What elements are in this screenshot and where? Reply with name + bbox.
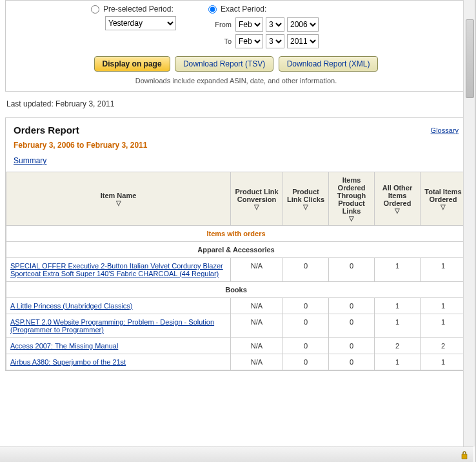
sort-icon[interactable]: ▽	[377, 208, 417, 214]
to-year-select[interactable]: 2011	[287, 34, 319, 48]
cell-other: 2	[375, 338, 421, 354]
sort-icon[interactable]: ▽	[286, 205, 326, 210]
filter-panel: Pre-selected Period: Yesterday Exact Per…	[5, 0, 467, 92]
sort-icon[interactable]: ▽	[9, 201, 228, 206]
cell-through: 0	[329, 354, 375, 370]
col-conversion[interactable]: Product Link Conversion ▽	[231, 172, 283, 226]
item-link[interactable]: Access 2007: The Missing Manual	[10, 342, 118, 350]
sort-icon[interactable]: ▽	[233, 205, 280, 210]
cell-through: 0	[329, 258, 375, 282]
preselected-period-text: Pre-selected Period:	[103, 5, 174, 14]
from-day-select[interactable]: 3	[266, 17, 284, 32]
table-row: A Little Princess (Unabridged Classics) …	[6, 298, 466, 314]
table-row: Access 2007: The Missing Manual N/A 0 0 …	[6, 338, 466, 354]
from-month-select[interactable]: Feb	[235, 17, 263, 32]
cell-other: 1	[375, 314, 421, 338]
to-month-select[interactable]: Feb	[235, 34, 263, 48]
to-label: To	[208, 37, 232, 45]
preselected-period-select[interactable]: Yesterday	[105, 16, 176, 30]
cell-clicks: 0	[283, 258, 329, 282]
col-total-ordered[interactable]: Total Items Ordered ▽	[421, 172, 466, 226]
col-through-links[interactable]: Items Ordered Through Product Links ▽	[329, 172, 375, 226]
cell-conv: N/A	[231, 298, 283, 314]
table-row: SPECIAL OFFER Executive 2-Button Italian…	[6, 258, 466, 282]
report-panel: Orders Report Glossary February 3, 2006 …	[5, 117, 467, 371]
col-item-name[interactable]: Item Name ▽	[6, 172, 231, 226]
cell-conv: N/A	[231, 338, 283, 354]
table-row: Airbus A380: Superjumbo of the 21st N/A …	[6, 354, 466, 370]
display-on-page-button[interactable]: Display on page	[94, 56, 170, 72]
cell-clicks: 0	[283, 314, 329, 338]
cell-through: 0	[329, 338, 375, 354]
download-note: Downloads include expanded ASIN, date, a…	[14, 77, 459, 85]
cell-clicks: 0	[283, 354, 329, 370]
cell-other: 1	[375, 258, 421, 282]
cell-total: 1	[421, 314, 466, 338]
from-label: From	[208, 21, 232, 28]
browser-status-bar	[0, 447, 473, 462]
cell-conv: N/A	[231, 354, 283, 370]
preselected-period-radio[interactable]	[91, 5, 99, 14]
cell-conv: N/A	[231, 258, 283, 282]
cell-other: 1	[375, 354, 421, 370]
report-date-range: February 3, 2006 to February 3, 2011	[14, 141, 459, 150]
exact-period-radio-label[interactable]: Exact Period:	[208, 5, 319, 14]
cell-through: 0	[329, 314, 375, 338]
cell-total: 1	[421, 298, 466, 314]
cell-other: 1	[375, 298, 421, 314]
summary-link[interactable]: Summary	[14, 156, 46, 165]
lock-icon	[461, 450, 468, 459]
orders-table: Item Name ▽ Product Link Conversion ▽ Pr…	[6, 172, 466, 370]
col-clicks[interactable]: Product Link Clicks ▽	[283, 172, 329, 226]
preselected-period-radio-label[interactable]: Pre-selected Period:	[91, 5, 176, 14]
cell-total: 2	[421, 338, 466, 354]
cell-through: 0	[329, 298, 375, 314]
item-link[interactable]: SPECIAL OFFER Executive 2-Button Italian…	[10, 262, 223, 277]
download-xml-button[interactable]: Download Report (XML)	[279, 56, 379, 72]
exact-period-radio[interactable]	[208, 5, 217, 14]
vertical-scrollbar[interactable]	[463, 0, 475, 447]
to-day-select[interactable]: 3	[266, 34, 284, 48]
last-updated-text: Last updated: February 3, 2011	[6, 99, 467, 108]
exact-period-text: Exact Period:	[221, 5, 266, 14]
table-row: ASP.NET 2.0 Website Programming: Problem…	[6, 314, 466, 338]
category-books: Books	[6, 282, 466, 298]
cell-clicks: 0	[283, 298, 329, 314]
scrollbar-thumb[interactable]	[466, 19, 474, 98]
from-year-select[interactable]: 2006	[287, 17, 319, 32]
sort-icon[interactable]: ▽	[332, 216, 372, 221]
cell-conv: N/A	[231, 314, 283, 338]
cell-total: 1	[421, 354, 466, 370]
section-items-with-orders: Items with orders	[6, 226, 466, 242]
report-title: Orders Report	[14, 125, 79, 136]
item-link[interactable]: ASP.NET 2.0 Website Programming: Problem…	[10, 318, 214, 334]
col-other-ordered[interactable]: All Other Items Ordered ▽	[375, 172, 421, 226]
glossary-link[interactable]: Glossary	[431, 126, 459, 134]
category-apparel: Apparel & Accessories	[6, 242, 466, 258]
cell-clicks: 0	[283, 338, 329, 354]
item-link[interactable]: A Little Princess (Unabridged Classics)	[10, 302, 133, 310]
download-tsv-button[interactable]: Download Report (TSV)	[175, 56, 273, 72]
sort-icon[interactable]: ▽	[423, 205, 463, 210]
item-link[interactable]: Airbus A380: Superjumbo of the 21st	[10, 358, 126, 366]
cell-total: 1	[421, 258, 466, 282]
